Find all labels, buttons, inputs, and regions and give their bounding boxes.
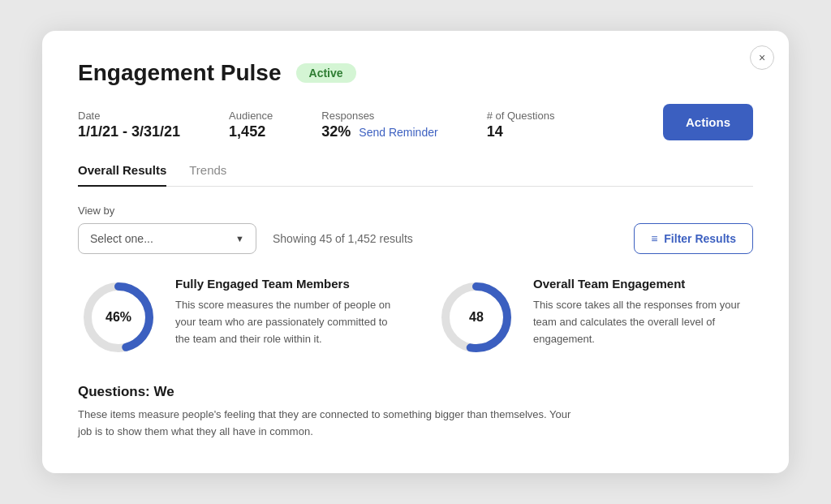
score-cards-row: 46% Fully Engaged Team Members This scor…	[78, 277, 753, 358]
tabs-row: Overall Results Trends	[78, 163, 753, 187]
tab-trends[interactable]: Trends	[189, 163, 226, 187]
score-card-overall-engagement: 48 Overall Team Engagement This score ta…	[436, 277, 753, 358]
questions-heading: Questions: We	[78, 384, 753, 400]
view-by-select[interactable]: Select one... ▼	[78, 223, 256, 254]
card-text-fully-engaged: Fully Engaged Team Members This score me…	[175, 277, 395, 347]
active-badge: Active	[296, 63, 356, 83]
score-card-fully-engaged: 46% Fully Engaged Team Members This scor…	[78, 277, 395, 358]
showing-text: Showing 45 of 1,452 results	[273, 232, 413, 245]
responses-pct: 32%	[321, 123, 351, 140]
meta-row: Date 1/1/21 - 3/31/21 Audience 1,452 Res…	[78, 104, 753, 140]
view-by-label: View by	[78, 205, 753, 217]
response-row: 32% Send Reminder	[321, 123, 437, 140]
donut-overall-engagement: 48	[436, 277, 517, 358]
page-title: Engagement Pulse	[78, 60, 282, 86]
card-title-overall-engagement: Overall Team Engagement	[533, 277, 753, 291]
donut-label-overall-engagement: 48	[469, 310, 484, 325]
questions-section: Questions: We These items measure people…	[78, 384, 753, 441]
donut-fully-engaged: 46%	[78, 277, 159, 358]
card-text-overall-engagement: Overall Team Engagement This score takes…	[533, 277, 753, 347]
audience-value: 1,452	[229, 123, 273, 140]
tab-overall-results[interactable]: Overall Results	[78, 163, 166, 187]
card-desc-overall-engagement: This score takes all the responses from …	[533, 297, 753, 347]
card-desc-fully-engaged: This score measures the number of people…	[175, 297, 395, 347]
chevron-down-icon: ▼	[235, 234, 244, 243]
card-title-fully-engaged: Fully Engaged Team Members	[175, 277, 395, 291]
questions-label: # of Questions	[487, 110, 555, 122]
meta-responses: Responses 32% Send Reminder	[321, 110, 437, 140]
view-by-section: View by Select one... ▼ Showing 45 of 1,…	[78, 205, 753, 254]
actions-button[interactable]: Actions	[663, 104, 753, 140]
questions-value: 14	[487, 123, 555, 140]
filter-button-label: Filter Results	[664, 232, 736, 245]
send-reminder-link[interactable]: Send Reminder	[359, 126, 437, 139]
filter-results-button[interactable]: ≡ Filter Results	[634, 223, 753, 254]
header-row: Engagement Pulse Active	[78, 60, 753, 86]
meta-date: Date 1/1/21 - 3/31/21	[78, 110, 180, 140]
date-label: Date	[78, 110, 180, 122]
close-icon: ×	[759, 51, 765, 64]
select-placeholder: Select one...	[90, 232, 153, 245]
close-button[interactable]: ×	[750, 45, 774, 70]
filter-icon: ≡	[651, 232, 657, 245]
meta-audience: Audience 1,452	[229, 110, 273, 140]
date-value: 1/1/21 - 3/31/21	[78, 123, 180, 140]
audience-label: Audience	[229, 110, 273, 122]
donut-label-fully-engaged: 46%	[105, 310, 131, 325]
responses-label: Responses	[321, 110, 437, 122]
filter-row: Select one... ▼ Showing 45 of 1,452 resu…	[78, 223, 753, 254]
questions-description: These items measure people's feeling tha…	[78, 407, 581, 441]
modal-container: × Engagement Pulse Active Date 1/1/21 - …	[42, 31, 789, 472]
meta-questions: # of Questions 14	[487, 110, 555, 140]
